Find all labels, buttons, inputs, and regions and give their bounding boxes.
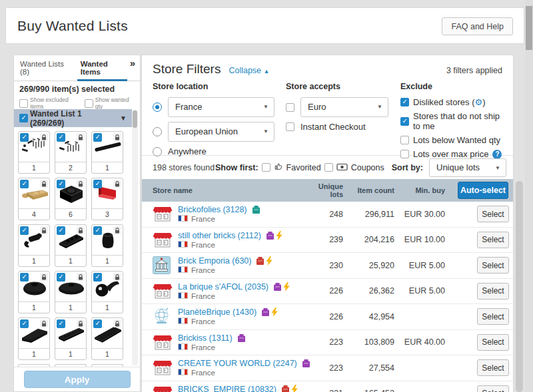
item-checkbox[interactable] [93,180,102,188]
wanted-list-header[interactable]: Wanted List 1 (269/269) ▼ [14,109,132,127]
item-checkbox[interactable] [20,180,29,188]
unique-lots-value: 248 [306,210,343,219]
window-scrollbar[interactable] [525,0,533,392]
wanted-item-tile[interactable]: 1 [55,317,87,360]
sidebar-collapse-icon[interactable]: » [130,55,140,81]
show-excluded-checkbox[interactable] [19,99,28,108]
store-name-link[interactable]: Brickofolies (3128) [178,205,261,214]
item-checkbox[interactable] [57,319,65,328]
select-button[interactable]: Select [477,308,509,325]
sort-by-label: Sort by: [392,163,423,172]
select-button[interactable]: Select [477,257,509,274]
collapse-link[interactable]: Collapse ▲ [229,66,269,75]
item-checkbox[interactable] [93,273,102,282]
select-button[interactable]: Select [477,206,509,222]
item-quantity: 3 [92,209,123,220]
gear-icon[interactable]: ⚙ [474,97,482,107]
store-name-link[interactable]: CREATE YOUR WORLD (2247) [178,359,310,368]
store-name-link[interactable]: PlanèteBrique (1430) [178,307,278,317]
unique-lots-value: 223 [306,337,343,347]
tab-wanted-lists[interactable]: Wanted Lists (8) [14,55,75,81]
lots-below-qty-checkbox[interactable] [400,136,409,144]
wanted-list-checkbox[interactable] [19,114,28,122]
item-checkbox[interactable] [93,226,102,235]
store-row: PlanèteBrique (1430) France 226 42,954 S… [142,304,513,330]
wanted-item-tile[interactable]: 4 [18,178,50,220]
lots-over-max-checkbox[interactable] [400,150,409,158]
store-name-link[interactable]: La brique s'AFOL (2035) [178,282,290,292]
store-country: France [178,343,246,351]
currency-select[interactable]: Euro▼ [300,97,388,117]
show-wanted-qty-toggle[interactable]: Show wanted qty [85,97,135,110]
sidebar-scrollbar-thumb[interactable] [133,110,137,128]
no-ship-checkbox[interactable] [400,117,409,126]
coupons-checkbox[interactable] [324,163,333,172]
store-logo [153,359,173,377]
select-button[interactable]: Select [477,232,509,248]
show-wanted-qty-checkbox[interactable] [85,99,93,108]
apply-button[interactable]: Apply [24,371,131,388]
item-checkbox[interactable] [20,273,29,282]
wanted-item-tile[interactable]: 1 [91,271,123,313]
location-france-radio[interactable] [153,102,162,112]
select-button[interactable]: Select [477,334,509,351]
location-anywhere-radio[interactable] [153,147,162,156]
select-button[interactable]: Select [477,283,509,299]
select-button[interactable]: Select [477,385,509,392]
disliked-stores-checkbox[interactable] [400,98,409,106]
wanted-item-tile[interactable]: 1 [91,317,123,360]
select-button[interactable]: Select [477,359,509,376]
min-buy-value: EUR 30.00 [394,210,445,219]
item-checkbox[interactable] [93,133,102,142]
wanted-item-tile[interactable]: 6 [55,178,87,220]
item-count-value: 26,362 [343,286,394,295]
store-name-link[interactable]: Brick Emporia (630) [178,256,272,266]
store-badges [279,385,298,392]
wanted-item-tile[interactable]: 1 [91,131,123,174]
wanted-item-tile[interactable]: 2 [55,131,87,174]
wanted-item-tile[interactable]: 1 [55,271,87,313]
location-france-select[interactable]: France▼ [168,97,274,117]
wanted-item-tile[interactable]: 1 [18,317,50,360]
wanted-item-tile[interactable]: 1 [18,131,50,174]
store-name-link[interactable]: still other bricks (2112) [178,231,282,240]
exclude-label: Exclude [400,82,502,91]
sidebar-scrollbar[interactable]: ▼ [132,110,138,365]
item-checkbox[interactable] [57,273,65,282]
show-excluded-toggle[interactable]: Show excluded items [19,97,79,110]
item-checkbox[interactable] [20,226,29,235]
wanted-item-tile[interactable]: 3 [91,178,123,220]
store-filters-title: Store Filters [153,62,221,77]
table-scrollbar-thumb[interactable] [516,181,523,392]
item-checkbox[interactable] [93,319,102,328]
tab-wanted-items[interactable]: Wanted Items [75,55,130,81]
item-quantity: 4 [19,209,49,220]
apply-bar: Apply [14,367,140,391]
wanted-item-tile[interactable]: 1 [55,224,87,267]
item-count-value: 25,920 [343,261,394,270]
location-eu-select[interactable]: European Union▼ [168,122,274,142]
item-checkbox[interactable] [20,319,29,328]
item-checkbox[interactable] [57,180,65,188]
item-checkbox[interactable] [57,226,65,235]
sort-by-select[interactable]: Unique lots▼ [429,158,506,177]
store-name-link[interactable]: Brickiss (1311) [178,333,246,343]
store-name-link[interactable]: BRICKS_EMPIRE (10832) [178,385,298,392]
currency-checkbox[interactable] [286,103,294,112]
location-eu-radio[interactable] [153,127,162,136]
wanted-item-tile[interactable]: 1 [18,271,50,313]
item-checkbox[interactable] [57,133,65,142]
faq-help-button[interactable]: FAQ and Help [442,17,513,35]
location-anywhere-label: Anywhere [168,146,207,156]
favorited-checkbox[interactable] [262,163,270,172]
auto-select-button[interactable]: Auto-select [458,182,508,199]
store-logo [153,282,173,300]
window-scrollbar-thumb[interactable] [526,6,532,50]
instant-checkout-checkbox[interactable] [286,122,294,131]
item-checkbox[interactable] [20,133,29,142]
wanted-item-tile[interactable]: 1 [91,224,123,267]
wanted-item-grid: 1 2 1 4 6 3 1 1 1 [18,131,125,368]
wanted-item-tile[interactable]: 1 [18,224,50,267]
help-icon[interactable]: ? [492,150,502,159]
item-count-value: 42,954 [343,312,394,321]
